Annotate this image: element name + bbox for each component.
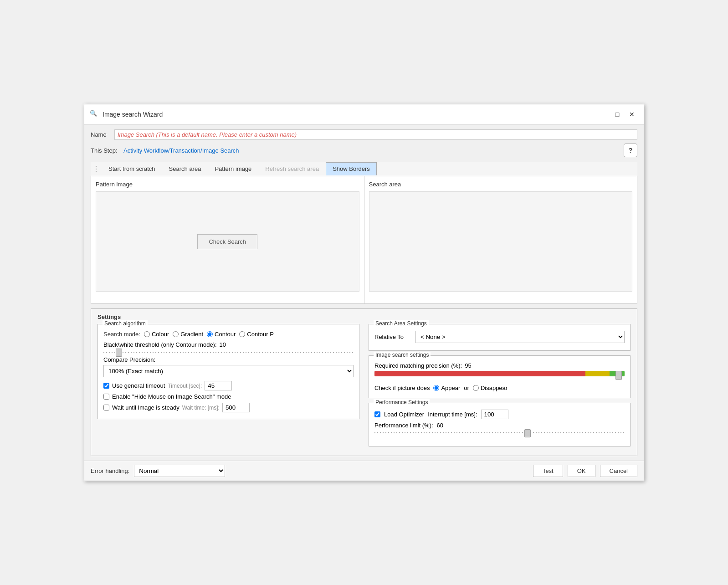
hide-mouse-label[interactable]: Enable "Hide Mouse on Image Search" mode: [112, 393, 231, 400]
radio-disappear-input[interactable]: [473, 385, 479, 391]
search-area-image: [369, 191, 633, 292]
perf-limit-label: Performance limit (%):: [374, 422, 433, 429]
error-handling-select[interactable]: Normal: [134, 465, 225, 477]
search-panel-title: Search area: [369, 181, 633, 188]
precision-yellow: [585, 371, 610, 376]
performance-settings-label: Performance Settings: [374, 399, 430, 405]
radio-gradient-input[interactable]: [173, 331, 179, 337]
settings-inner: Search algorithm Search mode: Colour Gra…: [97, 324, 631, 451]
tab-drag-handle[interactable]: ⋮: [91, 162, 102, 176]
radio-colour[interactable]: Colour: [144, 331, 169, 338]
test-button[interactable]: Test: [533, 465, 563, 477]
name-value: Image Search (This is a default name. Pl…: [114, 129, 637, 140]
tab-search-area[interactable]: Search area: [162, 162, 208, 175]
tab-pattern-image[interactable]: Pattern image: [208, 162, 258, 175]
use-timeout-checkbox[interactable]: [103, 383, 109, 389]
load-optimizer-checkbox[interactable]: [374, 411, 380, 417]
right-settings: Search Area Settings Relative To < None …: [369, 324, 631, 451]
close-button[interactable]: ✕: [625, 108, 638, 121]
error-handling-label: Error handling:: [91, 467, 129, 474]
pattern-panel-title: Pattern image: [96, 181, 359, 188]
minimize-button[interactable]: –: [596, 108, 609, 121]
hide-mouse-checkbox[interactable]: [103, 394, 109, 400]
cancel-button[interactable]: Cancel: [600, 465, 637, 477]
threshold-slider-thumb[interactable]: [116, 349, 122, 357]
precision-slider-thumb[interactable]: [615, 371, 622, 380]
name-label: Name: [91, 131, 109, 138]
tabs-bar: ⋮ Start from scratch Search area Pattern…: [91, 162, 637, 176]
radio-contour-p[interactable]: Contour P: [239, 331, 274, 338]
precision-value: 95: [465, 362, 471, 369]
name-row: Name Image Search (This is a default nam…: [91, 129, 637, 140]
window-title: Image search Wizard: [103, 111, 596, 118]
step-link[interactable]: Activity Workflow/Transaction/Image Sear…: [123, 147, 618, 154]
search-area-settings-group: Search Area Settings Relative To < None …: [369, 324, 631, 351]
relative-to-label: Relative To: [374, 334, 411, 340]
tab-start-from-scratch[interactable]: Start from scratch: [102, 162, 162, 175]
threshold-label: Black\white threshold (only Contour mode…: [103, 341, 217, 348]
perf-limit-value: 60: [437, 422, 443, 429]
radio-appear[interactable]: Appear: [433, 385, 460, 391]
wait-time-input[interactable]: [222, 403, 250, 412]
compare-precision-select[interactable]: 100% (Exact match): [103, 365, 354, 377]
appear-label: Appear: [441, 385, 460, 391]
relative-to-select[interactable]: < None >: [415, 331, 625, 343]
search-algorithm-label: Search algorithm: [103, 320, 148, 327]
search-algorithm-group: Search algorithm Search mode: Colour Gra…: [97, 324, 359, 419]
radio-contour-p-input[interactable]: [239, 331, 245, 337]
threshold-row: Black\white threshold (only Contour mode…: [103, 341, 354, 348]
precision-red: [374, 371, 585, 376]
check-search-button[interactable]: Check Search: [197, 234, 257, 249]
appear-row: Check if picture does Appear or Disappea…: [374, 385, 625, 391]
precision-slider[interactable]: [374, 371, 625, 381]
timeout-input[interactable]: [205, 381, 232, 390]
radio-contour[interactable]: Contour: [207, 331, 236, 338]
or-label: or: [464, 385, 469, 391]
threshold-slider-track[interactable]: [103, 352, 354, 353]
use-timeout-row: Use general timeout Timeout [sec]:: [103, 381, 354, 390]
interrupt-label: Interrupt time [ms]:: [428, 411, 477, 418]
wait-steady-label[interactable]: Wait until Image is steady: [112, 404, 179, 411]
tab-show-borders[interactable]: Show Borders: [326, 162, 377, 175]
perf-limit-row: Performance limit (%): 60: [374, 422, 625, 429]
radio-colour-input[interactable]: [144, 331, 150, 337]
help-button[interactable]: ?: [624, 144, 637, 157]
use-timeout-label[interactable]: Use general timeout: [112, 382, 165, 389]
pattern-image-panel: Pattern image Check Search: [91, 176, 364, 303]
relative-to-row: Relative To < None >: [374, 331, 625, 343]
wait-steady-checkbox[interactable]: [103, 405, 109, 411]
ok-button[interactable]: OK: [568, 465, 595, 477]
wait-time-label: Wait time: [ms]:: [182, 405, 220, 411]
maximize-button[interactable]: □: [611, 108, 624, 121]
dialog-content: Name Image Search (This is a default nam…: [84, 125, 644, 461]
settings-title: Settings: [97, 313, 631, 320]
perf-slider[interactable]: [374, 432, 625, 442]
interrupt-input[interactable]: [481, 410, 508, 419]
settings-section: Settings Search algorithm Search mode: C…: [91, 308, 637, 456]
step-row: This Step: Activity Workflow/Transaction…: [91, 144, 637, 157]
search-area-settings-label: Search Area Settings: [374, 320, 429, 327]
radio-contour-input[interactable]: [207, 331, 213, 337]
load-optimizer-label[interactable]: Load Optimizer: [384, 411, 424, 418]
perf-slider-thumb[interactable]: [524, 429, 531, 437]
precision-track: [374, 371, 625, 376]
main-panels: Pattern image Check Search Search area: [91, 176, 637, 304]
app-icon: 🔍: [90, 110, 99, 119]
tab-refresh-search-area: Refresh search area: [258, 162, 326, 175]
timeout-label: Timeout [sec]:: [168, 383, 202, 389]
interrupt-row: Load Optimizer Interrupt time [ms]:: [374, 410, 625, 419]
radio-gradient[interactable]: Gradient: [173, 331, 203, 338]
perf-slider-track: [374, 432, 625, 433]
footer: Error handling: Normal Test OK Cancel: [84, 461, 644, 481]
pattern-image-area: Check Search: [96, 191, 359, 292]
window-controls: – □ ✕: [596, 108, 638, 121]
search-mode-radio-group: Colour Gradient Contour Contour P: [144, 331, 274, 338]
hide-mouse-row: Enable "Hide Mouse on Image Search" mode: [103, 393, 354, 400]
precision-row: Required matching precision (%): 95: [374, 362, 625, 369]
radio-appear-input[interactable]: [433, 385, 439, 391]
radio-disappear[interactable]: Disappear: [473, 385, 508, 391]
image-search-settings-label: Image search settings: [374, 352, 431, 358]
step-label: This Step:: [91, 147, 118, 154]
disappear-label: Disappear: [481, 385, 508, 391]
search-mode-label: Search mode:: [103, 331, 140, 338]
